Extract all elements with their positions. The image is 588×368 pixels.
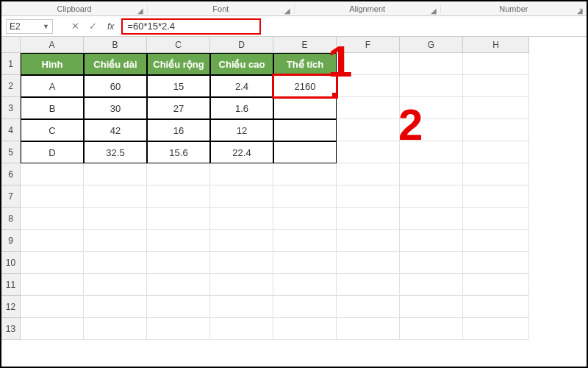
- cell-C7[interactable]: [147, 185, 210, 208]
- dialog-launcher-icon[interactable]: ◢: [284, 7, 291, 14]
- cell-G9[interactable]: [400, 230, 463, 252]
- cell-C11[interactable]: [147, 274, 210, 296]
- cell-A4[interactable]: C: [21, 119, 84, 141]
- enter-icon[interactable]: ✓: [87, 21, 98, 32]
- cell-D7[interactable]: [210, 185, 273, 208]
- row-header-5[interactable]: 5: [1, 141, 21, 163]
- cell-B11[interactable]: [84, 274, 147, 296]
- cell-D8[interactable]: [210, 208, 273, 230]
- cell-A3[interactable]: B: [21, 97, 84, 119]
- name-box[interactable]: E2 ▼: [6, 19, 53, 34]
- cell-A1[interactable]: Hình: [21, 53, 84, 75]
- cell-B7[interactable]: [84, 185, 147, 208]
- cell-D12[interactable]: [210, 296, 273, 318]
- cell-A8[interactable]: [21, 208, 84, 230]
- expand-formula-bar-icon[interactable]: ⌄: [578, 4, 584, 12]
- col-header-H[interactable]: H: [463, 37, 529, 53]
- cell-C13[interactable]: [147, 318, 210, 340]
- dialog-launcher-icon[interactable]: ◢: [137, 7, 144, 14]
- row-header-8[interactable]: 8: [1, 208, 21, 230]
- formula-input[interactable]: =60*15*2.4: [121, 18, 261, 35]
- cell-E4[interactable]: [273, 119, 337, 141]
- cell-H13[interactable]: [463, 318, 529, 340]
- cell-C12[interactable]: [147, 296, 210, 318]
- chevron-down-icon[interactable]: ▼: [43, 23, 49, 30]
- cell-B8[interactable]: [84, 208, 147, 230]
- cell-E11[interactable]: [273, 274, 337, 296]
- cell-F12[interactable]: [337, 296, 400, 318]
- cell-H1[interactable]: [463, 53, 529, 75]
- cell-E3[interactable]: [273, 97, 337, 119]
- cell-C9[interactable]: [147, 230, 210, 252]
- cell-B12[interactable]: [84, 296, 147, 318]
- cell-H6[interactable]: [463, 163, 529, 185]
- cell-C3[interactable]: 27: [147, 97, 210, 119]
- cell-F1[interactable]: [337, 53, 400, 75]
- cell-G6[interactable]: [400, 163, 463, 185]
- dialog-launcher-icon[interactable]: ◢: [430, 7, 437, 14]
- cell-G7[interactable]: [400, 185, 463, 208]
- cell-H4[interactable]: [463, 119, 529, 141]
- row-header-6[interactable]: 6: [1, 163, 21, 185]
- row-header-11[interactable]: 11: [1, 274, 21, 296]
- cell-D9[interactable]: [210, 230, 273, 252]
- cell-C4[interactable]: 16: [147, 119, 210, 141]
- cell-E12[interactable]: [273, 296, 337, 318]
- cell-D11[interactable]: [210, 274, 273, 296]
- cell-A5[interactable]: D: [21, 141, 84, 163]
- cell-H11[interactable]: [463, 274, 529, 296]
- cell-D1[interactable]: Chiều cao: [210, 53, 273, 75]
- cell-H2[interactable]: [463, 75, 529, 97]
- cell-G13[interactable]: [400, 318, 463, 340]
- row-header-13[interactable]: 13: [1, 318, 21, 340]
- row-header-1[interactable]: 1: [1, 53, 21, 75]
- cell-F2[interactable]: [337, 75, 400, 97]
- cell-D5[interactable]: 22.4: [210, 141, 273, 163]
- cell-C5[interactable]: 15.6: [147, 141, 210, 163]
- cell-G8[interactable]: [400, 208, 463, 230]
- cell-E6[interactable]: [273, 163, 337, 185]
- cell-B5[interactable]: 32.5: [84, 141, 147, 163]
- cell-B3[interactable]: 30: [84, 97, 147, 119]
- cell-G4[interactable]: [400, 119, 463, 141]
- cell-D10[interactable]: [210, 252, 273, 274]
- cell-G10[interactable]: [400, 252, 463, 274]
- cell-A10[interactable]: [21, 252, 84, 274]
- row-header-7[interactable]: 7: [1, 185, 21, 208]
- cell-E13[interactable]: [273, 318, 337, 340]
- cell-F11[interactable]: [337, 274, 400, 296]
- cell-D2[interactable]: 2.4: [210, 75, 273, 97]
- cell-F4[interactable]: [337, 119, 400, 141]
- cell-B1[interactable]: Chiều dài: [84, 53, 147, 75]
- row-header-12[interactable]: 12: [1, 296, 21, 318]
- cell-C6[interactable]: [147, 163, 210, 185]
- cell-E9[interactable]: [273, 230, 337, 252]
- cell-G5[interactable]: [400, 141, 463, 163]
- cell-F10[interactable]: [337, 252, 400, 274]
- cell-H9[interactable]: [463, 230, 529, 252]
- cell-B13[interactable]: [84, 318, 147, 340]
- cell-G3[interactable]: [400, 97, 463, 119]
- cell-E5[interactable]: [273, 141, 337, 163]
- cell-E2[interactable]: 2160: [273, 75, 337, 97]
- cell-F6[interactable]: [337, 163, 400, 185]
- cell-F9[interactable]: [337, 230, 400, 252]
- cell-E10[interactable]: [273, 252, 337, 274]
- cell-F8[interactable]: [337, 208, 400, 230]
- col-header-G[interactable]: G: [400, 37, 463, 53]
- cell-D6[interactable]: [210, 163, 273, 185]
- row-header-4[interactable]: 4: [1, 119, 21, 141]
- cell-A6[interactable]: [21, 163, 84, 185]
- cell-C8[interactable]: [147, 208, 210, 230]
- cell-F7[interactable]: [337, 185, 400, 208]
- cancel-icon[interactable]: ✕: [69, 21, 81, 32]
- cell-E1[interactable]: Thể tích: [273, 53, 337, 75]
- cell-A11[interactable]: [21, 274, 84, 296]
- cell-H8[interactable]: [463, 208, 529, 230]
- cell-A7[interactable]: [21, 185, 84, 208]
- cell-A2[interactable]: A: [21, 75, 84, 97]
- cell-F3[interactable]: [337, 97, 400, 119]
- cell-D3[interactable]: 1.6: [210, 97, 273, 119]
- cell-D13[interactable]: [210, 318, 273, 340]
- cell-G2[interactable]: [400, 75, 463, 97]
